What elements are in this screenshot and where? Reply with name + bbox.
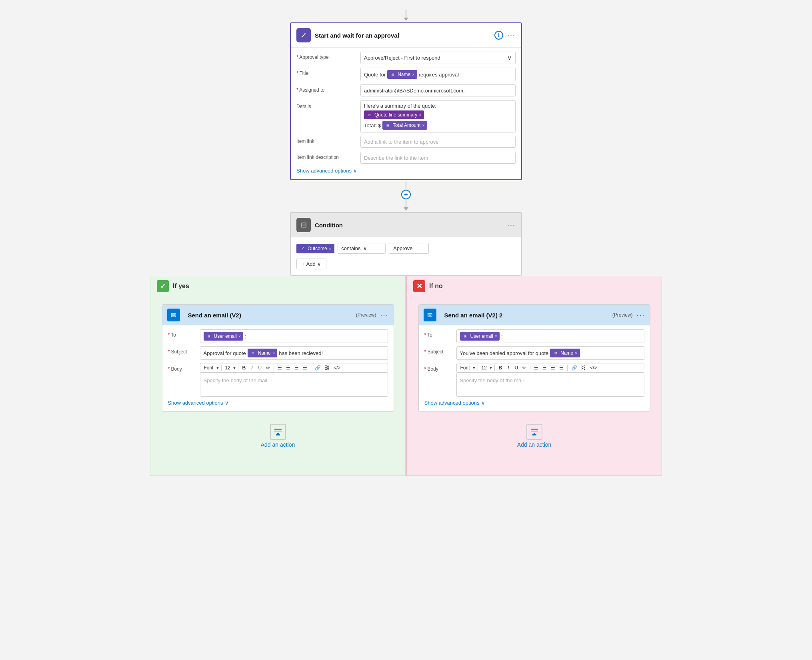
approval-show-advanced[interactable]: Show advanced options ∨ bbox=[296, 168, 516, 174]
highlight-btn-no[interactable]: ✏ bbox=[521, 365, 528, 371]
approval-header-icon: ✓ bbox=[296, 28, 311, 42]
email-yes-to-field[interactable]: ⊞ User email × ; bbox=[200, 329, 388, 343]
add-action-yes[interactable]: Add an action bbox=[261, 424, 295, 448]
link-btn-yes[interactable]: 🔗 bbox=[314, 365, 322, 371]
db-icon-email-yes: ⊞ bbox=[206, 333, 212, 339]
assigned-to-field[interactable]: administrator@BASDemo.onmicrosoft.com; bbox=[360, 84, 516, 96]
user-email-token-close-yes[interactable]: × bbox=[238, 334, 241, 339]
item-link-placeholder: Add a link to the item to approve bbox=[364, 139, 438, 145]
font-selector-yes[interactable]: Font bbox=[203, 365, 215, 371]
indent-left-no[interactable]: ☰ bbox=[550, 365, 556, 371]
code-btn-no[interactable]: </> bbox=[589, 365, 598, 371]
quote-token-close[interactable]: × bbox=[419, 112, 421, 117]
plus-circle-button[interactable]: + bbox=[401, 190, 411, 199]
name-token-subject-close-no[interactable]: × bbox=[575, 351, 577, 355]
plus-line-bottom bbox=[406, 199, 406, 207]
approval-info-button[interactable]: i bbox=[494, 31, 503, 40]
email-no-title: Send an email (V2) 2 bbox=[444, 312, 607, 319]
font-size-yes[interactable]: 12 bbox=[224, 365, 232, 371]
quote-line-summary-token: fx Quote line summary × bbox=[364, 110, 424, 119]
db-icon-email-no: ⊞ bbox=[462, 333, 469, 339]
svg-rect-5 bbox=[531, 431, 538, 431]
email-no-to-field[interactable]: ⊞ User email × ; bbox=[456, 329, 644, 343]
branch-yes-header: ✓ If yes bbox=[150, 276, 405, 296]
font-dropdown-yes[interactable]: ▾ bbox=[216, 365, 219, 371]
user-email-token-close-no[interactable]: × bbox=[495, 334, 497, 339]
svg-rect-7 bbox=[532, 434, 536, 435]
svg-rect-1 bbox=[274, 431, 282, 431]
contains-dropdown[interactable]: contains ∨ bbox=[338, 243, 386, 254]
size-dropdown-yes[interactable]: ▾ bbox=[233, 365, 236, 371]
email-no-body-textarea[interactable]: Specify the body of the mail bbox=[456, 373, 644, 397]
italic-btn-yes[interactable]: I bbox=[249, 365, 255, 371]
plus-connector[interactable]: + bbox=[401, 182, 411, 211]
db-icon-total: ⊞ bbox=[385, 122, 391, 128]
email-no-ellipsis[interactable]: ··· bbox=[636, 311, 645, 319]
ol-btn-no[interactable]: ☰ bbox=[541, 365, 548, 371]
branch-check-icon: ✓ bbox=[157, 280, 169, 292]
email-yes-subtitle: (Preview) bbox=[356, 312, 376, 318]
branch-x-icon: ✕ bbox=[413, 280, 425, 292]
code-btn-yes[interactable]: </> bbox=[332, 365, 342, 371]
email-yes-body-textarea[interactable]: Specify the body of the mail bbox=[200, 373, 388, 397]
highlight-btn-yes[interactable]: ✏ bbox=[265, 365, 271, 371]
email-icon-symbol: ✉ bbox=[171, 311, 176, 319]
indent-right-yes[interactable]: ☰ bbox=[302, 365, 308, 371]
italic-btn-no[interactable]: I bbox=[505, 365, 512, 371]
approve-field[interactable]: Approve bbox=[389, 243, 429, 254]
ul-btn-no[interactable]: ☰ bbox=[533, 365, 540, 371]
approval-menu-button[interactable]: ··· bbox=[507, 31, 516, 40]
email-yes-show-advanced[interactable]: Show advanced options ∨ bbox=[168, 400, 388, 406]
email-no-menu[interactable]: ··· bbox=[636, 311, 645, 319]
underline-btn-no[interactable]: U bbox=[513, 365, 520, 371]
name-token-subject-close-yes[interactable]: × bbox=[272, 351, 275, 355]
font-dropdown-no[interactable]: ▾ bbox=[473, 365, 475, 371]
branches-container: ✓ If yes ✉ Send an email (V2) (Preview) … bbox=[150, 276, 662, 476]
item-link-desc-field[interactable]: Describe the link to the item bbox=[360, 152, 516, 164]
add-icon: + bbox=[302, 261, 305, 267]
indent-left-yes[interactable]: ☰ bbox=[293, 365, 300, 371]
toolbar-sep-3-yes bbox=[274, 365, 274, 371]
add-condition-button[interactable]: + Add ∨ bbox=[296, 259, 326, 269]
size-dropdown-no[interactable]: ▾ bbox=[490, 365, 492, 371]
email-yes-body-label: Body bbox=[168, 363, 200, 372]
details-field[interactable]: Here's a summary of the quote: fx Quote … bbox=[360, 100, 516, 132]
approval-type-field[interactable]: Approve/Reject - First to respond ∨ bbox=[360, 52, 516, 64]
item-link-desc-row: Item link description Describe the link … bbox=[296, 152, 516, 164]
ul-btn-yes[interactable]: ☰ bbox=[276, 365, 283, 371]
outcome-token-close[interactable]: × bbox=[329, 246, 331, 251]
email-no-toolbar: Font ▾ 12 ▾ B I U ✏ bbox=[456, 363, 644, 373]
email-yes-subject-field[interactable]: Approval for quote ⊞ Name × has been rec… bbox=[200, 346, 388, 360]
unlink-btn-yes[interactable]: ⛓ bbox=[324, 365, 331, 371]
bold-btn-no[interactable]: B bbox=[497, 365, 504, 371]
bold-btn-yes[interactable]: B bbox=[241, 365, 247, 371]
font-size-no[interactable]: 12 bbox=[480, 365, 488, 371]
item-link-field[interactable]: Add a link to the item to approve bbox=[360, 136, 516, 148]
svg-rect-0 bbox=[274, 429, 282, 430]
indent-right-no[interactable]: ☰ bbox=[558, 365, 565, 371]
branch-no-label: If no bbox=[429, 283, 443, 290]
details-line2: Total: $ bbox=[364, 122, 381, 128]
email-yes-menu[interactable]: ··· bbox=[380, 311, 388, 319]
user-email-token-no: ⊞ User email × bbox=[460, 332, 500, 341]
link-btn-no[interactable]: 🔗 bbox=[570, 365, 578, 371]
unlink-btn-no[interactable]: ⛓ bbox=[580, 365, 587, 371]
font-selector-no[interactable]: Font bbox=[459, 365, 471, 371]
approve-value: Approve bbox=[393, 245, 412, 251]
email-no-subject-label: Subject bbox=[424, 346, 456, 355]
email-yes-ellipsis[interactable]: ··· bbox=[380, 311, 388, 319]
name-token-close[interactable]: × bbox=[412, 72, 414, 77]
email-no-subject-field[interactable]: You've been denied approval for quote ⊞ … bbox=[456, 346, 644, 360]
title-label: Title bbox=[296, 68, 360, 76]
condition-menu-button[interactable]: ··· bbox=[507, 221, 516, 229]
connector-arrow-head bbox=[404, 18, 408, 21]
underline-btn-yes[interactable]: U bbox=[257, 365, 263, 371]
add-action-no[interactable]: Add an action bbox=[517, 424, 552, 448]
ol-btn-yes[interactable]: ☰ bbox=[285, 365, 292, 371]
condition-header-actions: ··· bbox=[507, 221, 516, 229]
title-field[interactable]: Quote for ⊞ Name × requires approval bbox=[360, 68, 516, 81]
condition-icon-inner: ⊟ bbox=[301, 221, 307, 229]
email-no-show-advanced[interactable]: Show advanced options ∨ bbox=[424, 400, 644, 406]
approval-type-value: Approve/Reject - First to respond bbox=[364, 55, 440, 61]
total-token-close[interactable]: × bbox=[422, 123, 424, 128]
